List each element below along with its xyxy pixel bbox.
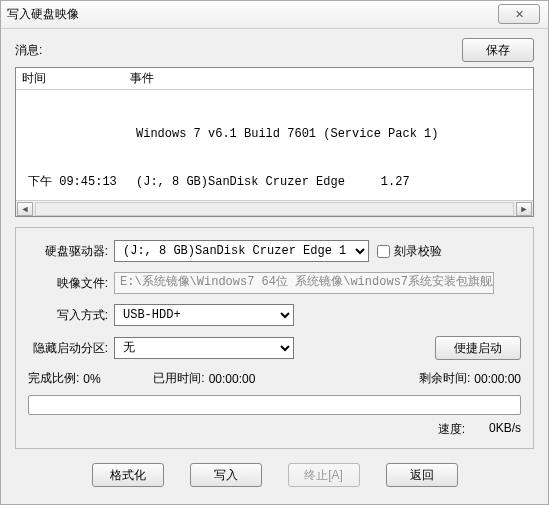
content-area: 消息: 保存 时间 事件 Windows 7 v6.1 Build 7601 (… bbox=[1, 29, 548, 497]
done-value: 0% bbox=[83, 372, 123, 386]
scroll-right-icon[interactable]: ► bbox=[516, 202, 532, 216]
remain-value: 00:00:00 bbox=[474, 372, 521, 386]
progress-bar bbox=[28, 395, 521, 415]
image-path-field: E:\系统镜像\Windows7 64位 系统镜像\windows7系统安装包旗… bbox=[114, 272, 494, 294]
hidden-label: 隐藏启动分区: bbox=[28, 340, 114, 357]
log-row: 下午 09:45:13 (J:, 8 GB)SanDisk Cruzer Edg… bbox=[22, 174, 527, 190]
portable-boot-button[interactable]: 便捷启动 bbox=[435, 336, 521, 360]
log-body: Windows 7 v6.1 Build 7601 (Service Pack … bbox=[16, 90, 533, 200]
log-col-event[interactable]: 事件 bbox=[126, 70, 533, 87]
drive-select[interactable]: (J:, 8 GB)SanDisk Cruzer Edge 1.27 bbox=[114, 240, 369, 262]
verify-label: 刻录校验 bbox=[394, 243, 442, 260]
scroll-track[interactable] bbox=[35, 202, 514, 216]
drive-label: 硬盘驱动器: bbox=[28, 243, 114, 260]
log-col-time[interactable]: 时间 bbox=[16, 70, 126, 87]
horizontal-scrollbar[interactable]: ◄ ► bbox=[16, 200, 533, 216]
log-panel: 时间 事件 Windows 7 v6.1 Build 7601 (Service… bbox=[15, 67, 534, 217]
elapsed-value: 00:00:00 bbox=[209, 372, 256, 386]
speed-value: 0KB/s bbox=[489, 421, 521, 438]
bottom-button-row: 格式化 写入 终止[A] 返回 bbox=[15, 463, 534, 487]
log-cell-event: (J:, 8 GB)SanDisk Cruzer Edge 1.27 bbox=[132, 174, 527, 190]
verify-checkbox-wrap[interactable]: 刻录校验 bbox=[377, 243, 442, 260]
close-icon: ✕ bbox=[515, 8, 524, 21]
abort-button: 终止[A] bbox=[288, 463, 360, 487]
elapsed-label: 已用时间: bbox=[153, 370, 204, 387]
hidden-row: 隐藏启动分区: 无 便捷启动 bbox=[28, 336, 521, 360]
image-label: 映像文件: bbox=[28, 275, 114, 292]
log-header: 时间 事件 bbox=[16, 68, 533, 90]
status-row: 完成比例: 0% 已用时间: 00:00:00 剩余时间: 00:00:00 bbox=[28, 370, 521, 387]
message-label: 消息: bbox=[15, 42, 42, 59]
save-button[interactable]: 保存 bbox=[462, 38, 534, 62]
log-cell-time: 下午 09:45:13 bbox=[22, 174, 132, 190]
drive-row: 硬盘驱动器: (J:, 8 GB)SanDisk Cruzer Edge 1.2… bbox=[28, 240, 521, 262]
remain-label: 剩余时间: bbox=[419, 370, 470, 387]
speed-row: 速度: 0KB/s bbox=[28, 421, 521, 438]
titlebar: 写入硬盘映像 ✕ bbox=[1, 1, 548, 29]
image-row: 映像文件: E:\系统镜像\Windows7 64位 系统镜像\windows7… bbox=[28, 272, 521, 294]
dialog-window: 写入硬盘映像 ✕ 消息: 保存 时间 事件 Windows 7 v6.1 Bui… bbox=[0, 0, 549, 505]
write-method-select[interactable]: USB-HDD+ bbox=[114, 304, 294, 326]
window-title: 写入硬盘映像 bbox=[7, 6, 79, 23]
method-row: 写入方式: USB-HDD+ bbox=[28, 304, 521, 326]
verify-checkbox[interactable] bbox=[377, 245, 390, 258]
method-label: 写入方式: bbox=[28, 307, 114, 324]
format-button[interactable]: 格式化 bbox=[92, 463, 164, 487]
done-label: 完成比例: bbox=[28, 370, 79, 387]
scroll-left-icon[interactable]: ◄ bbox=[17, 202, 33, 216]
back-button[interactable]: 返回 bbox=[386, 463, 458, 487]
message-row: 消息: 保存 bbox=[15, 37, 534, 63]
form-panel: 硬盘驱动器: (J:, 8 GB)SanDisk Cruzer Edge 1.2… bbox=[15, 227, 534, 449]
write-button[interactable]: 写入 bbox=[190, 463, 262, 487]
log-cell-time bbox=[22, 126, 132, 142]
log-row: Windows 7 v6.1 Build 7601 (Service Pack … bbox=[22, 126, 527, 142]
log-cell-event: Windows 7 v6.1 Build 7601 (Service Pack … bbox=[132, 126, 527, 142]
close-button[interactable]: ✕ bbox=[498, 4, 540, 24]
speed-label: 速度: bbox=[438, 421, 465, 438]
hidden-partition-select[interactable]: 无 bbox=[114, 337, 294, 359]
